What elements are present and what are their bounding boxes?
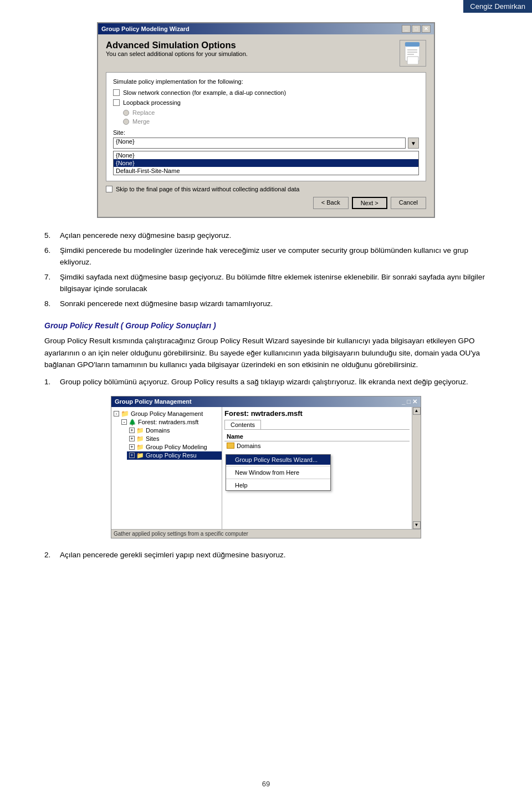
skip-checkbox-row[interactable]: Skip to the final page of this wizard wi…: [106, 186, 426, 192]
expand-sites[interactable]: +: [129, 436, 135, 441]
item2-text: Açılan pencerede gerekli seçimleri yapıp…: [60, 550, 285, 561]
checkbox-loopback[interactable]: Loopback processing: [113, 99, 419, 106]
merge-label: Merge: [132, 118, 150, 125]
loopback-label: Loopback processing: [123, 99, 181, 106]
author-name: Cengiz Demirkan: [470, 2, 525, 11]
gpm-titlebar: Group Policy Management _ □ ✕: [111, 397, 421, 407]
dialog-subtitle: You can select additional options for yo…: [106, 50, 248, 57]
item5-text: Açılan pencerede nexy düğmesine basıp ge…: [60, 230, 231, 242]
sites-icon: 📁: [136, 435, 144, 443]
gpm-list-item-domains[interactable]: Domains: [224, 441, 410, 450]
expand-modeling[interactable]: +: [129, 444, 135, 450]
item2-num: 2.: [44, 550, 60, 561]
replace-label: Replace: [132, 109, 155, 116]
item-2: 2. Açılan pencerede gerekli seçimleri ya…: [44, 550, 488, 561]
simulate-label: Simulate policy implementation for the f…: [113, 78, 419, 85]
tree-label-modeling: Group Policy Modeling: [146, 444, 207, 450]
slow-network-label: Slow network connection (for example, a …: [123, 89, 286, 96]
gpm-box: Group Policy Management _ □ ✕ - 📁 Group …: [111, 396, 421, 538]
para1: Group Policy Result kısmında çalıştıraca…: [44, 335, 488, 371]
expand-forest[interactable]: -: [121, 419, 127, 425]
dialog-title: Group Policy Modeling Wizard: [101, 26, 190, 32]
body-text-2: 2. Açılan pencerede gerekli seçimleri ya…: [44, 550, 488, 561]
dialog-heading: Advanced Simulation Options: [106, 40, 248, 50]
dialog-header-section: Advanced Simulation Options You can sele…: [106, 40, 426, 67]
folder-icon: 📁: [121, 410, 129, 418]
radio-merge[interactable]: Merge: [123, 118, 419, 125]
context-menu-separator2: [226, 479, 330, 479]
next-button[interactable]: Next >: [352, 197, 387, 209]
context-menu-separator: [226, 466, 330, 466]
site-list-item-none[interactable]: {None}: [114, 151, 418, 159]
dialog-content: Advanced Simulation Options You can sele…: [98, 34, 434, 217]
gpm-screenshot: Group Policy Management _ □ ✕ - 📁 Group …: [44, 396, 488, 538]
context-menu: Group Policy Results Wizard... New Windo…: [226, 454, 331, 491]
site-dropdown-row: {None} ▼: [113, 138, 419, 149]
tree-label-results: Group Policy Resu: [146, 452, 197, 459]
site-list[interactable]: {None} {None} Default-First-Site-Name: [113, 151, 419, 175]
list-label-domains: Domains: [237, 443, 260, 449]
skip-checkbox[interactable]: [106, 186, 112, 192]
domains-icon: 📁: [136, 427, 144, 434]
expand-root[interactable]: -: [114, 411, 119, 416]
site-list-none-selected: {None}: [116, 160, 135, 166]
close-button[interactable]: ✕: [422, 25, 431, 33]
item-6: 6. Şimdiki pencerede bu modelingler üzer…: [44, 245, 488, 268]
site-input[interactable]: {None}: [113, 138, 406, 149]
item8-text: Sonraki pencerede next düğmesine basıp w…: [60, 298, 273, 310]
author-header: Cengiz Demirkan: [463, 0, 532, 13]
tree-icon-forest: 🌲: [129, 419, 136, 426]
merge-radio[interactable]: [123, 119, 129, 125]
context-menu-item-help[interactable]: Help: [226, 480, 330, 490]
page-number: 69: [0, 780, 532, 788]
expand-results[interactable]: +: [129, 453, 135, 458]
cancel-button[interactable]: Cancel: [391, 197, 426, 209]
tree-item-modeling[interactable]: + 📁 Group Policy Modeling: [127, 443, 222, 451]
item-1: 1. Group policy bölümünü açıyoruz. Group…: [44, 377, 488, 388]
dialog-titlebar: Group Policy Modeling Wizard _ □ ✕: [98, 23, 434, 34]
replace-radio[interactable]: [123, 110, 129, 116]
context-menu-item-wizard[interactable]: Group Policy Results Wizard...: [226, 455, 330, 465]
gpm-title: Group Policy Management: [115, 398, 192, 405]
domains-folder-icon: [227, 443, 234, 449]
minimize-button[interactable]: _: [402, 25, 411, 33]
scroll-up-btn[interactable]: ▲: [413, 407, 421, 415]
item-5: 5. Açılan pencerede nexy düğmesine basıp…: [44, 230, 488, 242]
tree-item-forest[interactable]: - 🌲 Forest: nwtraders.msft: [119, 418, 222, 426]
dialog-heading-area: Advanced Simulation Options You can sele…: [106, 40, 248, 57]
gpm-titlebar-btns: _ □ ✕: [402, 398, 417, 405]
item8-num: 8.: [44, 298, 60, 310]
body-text: 5. Açılan pencerede nexy düğmesine basıp…: [44, 230, 488, 388]
item-7: 7. Şimdiki sayfada next düğmesine basıp …: [44, 272, 488, 295]
expand-domains[interactable]: +: [129, 428, 135, 433]
tree-item-results[interactable]: + 📁 Group Policy Resu: [127, 451, 222, 460]
site-input-value: {None}: [116, 138, 135, 145]
gpm-tabs: Contents: [224, 420, 410, 430]
tree-item-domains[interactable]: + 📁 Domains: [127, 426, 222, 435]
tab-contents[interactable]: Contents: [224, 420, 261, 429]
tree-label-domains: Domains: [146, 427, 170, 434]
slow-network-checkbox[interactable]: [113, 89, 120, 96]
site-list-item-default[interactable]: Default-First-Site-Name: [114, 167, 418, 175]
site-dropdown-btn[interactable]: ▼: [408, 138, 419, 149]
site-list-item-selected[interactable]: {None}: [114, 159, 418, 167]
back-button[interactable]: < Back: [313, 197, 349, 209]
context-menu-item-new-window[interactable]: New Window from Here: [226, 467, 330, 477]
radio-replace[interactable]: Replace: [123, 109, 419, 116]
section-heading: Group Policy Result ( Group Policy Sonuç…: [44, 320, 488, 332]
gpm-right-title: Forest: nwtraders.msft: [224, 409, 410, 418]
gpm-scrollbar[interactable]: ▲ ▼: [412, 407, 421, 529]
loopback-checkbox[interactable]: [113, 99, 120, 106]
tree-item-root[interactable]: - 📁 Group Policy Management: [111, 409, 222, 418]
dialog-inner-box: Simulate policy implementation for the f…: [106, 72, 426, 181]
tree-item-sites[interactable]: + 📁 Sites: [127, 435, 222, 443]
dialog-buttons: < Back Next > Cancel: [106, 197, 426, 209]
item1-num: 1.: [44, 377, 60, 388]
gpm-tree: - 📁 Group Policy Management - 🌲 Forest: …: [111, 407, 222, 529]
scroll-down-btn[interactable]: ▼: [413, 521, 421, 529]
checkbox-slow-network[interactable]: Slow network connection (for example, a …: [113, 89, 419, 96]
maximize-button[interactable]: □: [412, 25, 421, 33]
item6-text: Şimdiki pencerede bu modelingler üzerind…: [60, 245, 488, 268]
item7-num: 7.: [44, 272, 60, 295]
gpm-col-header: Name: [224, 432, 410, 441]
